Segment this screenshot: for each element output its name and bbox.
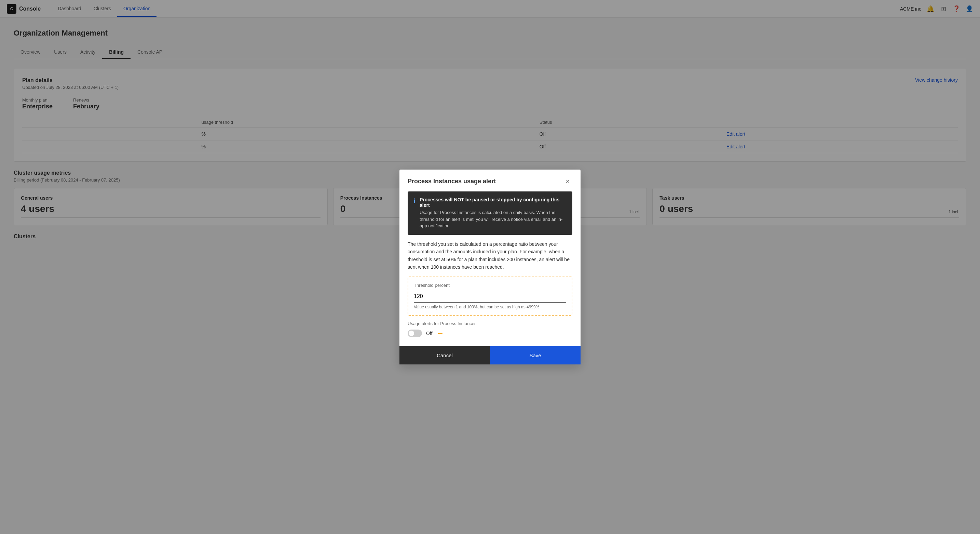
info-icon: ℹ xyxy=(413,197,415,230)
modal-alert-box: ℹ Processes will NOT be paused or stoppe… xyxy=(408,191,572,235)
modal-close-button[interactable]: × xyxy=(563,176,572,186)
alert-text: Usage for Process Instances is calculate… xyxy=(420,209,567,230)
modal: Process Instances usage alert × ℹ Proces… xyxy=(399,170,581,250)
alert-content: Processes will NOT be paused or stopped … xyxy=(420,197,567,230)
alert-title: Processes will NOT be paused or stopped … xyxy=(420,197,567,208)
modal-header: Process Instances usage alert × xyxy=(399,170,581,191)
modal-overlay: Process Instances usage alert × ℹ Proces… xyxy=(0,0,980,250)
modal-description: The threshold you set is calculated on a… xyxy=(408,240,572,250)
modal-body: ℹ Processes will NOT be paused or stoppe… xyxy=(399,191,581,250)
modal-title: Process Instances usage alert xyxy=(408,178,496,185)
